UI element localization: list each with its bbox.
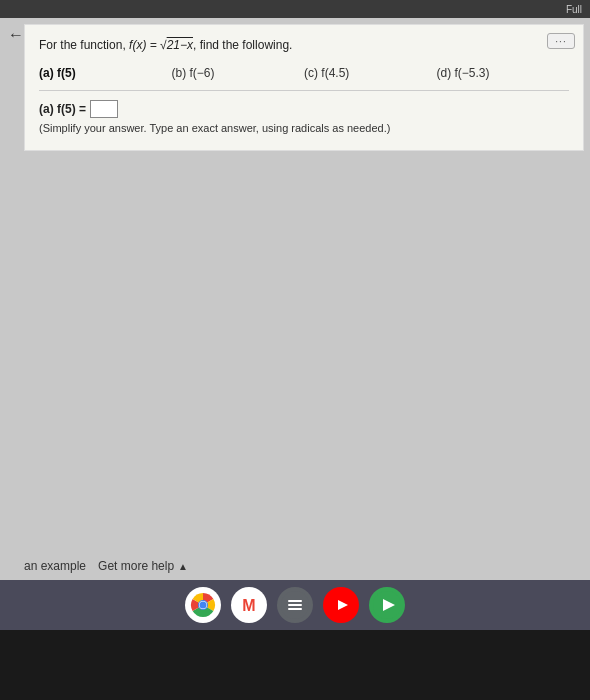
sub-question-c[interactable]: (c) f(4.5) [304, 66, 437, 80]
function-expression: f(x) = √21−x [129, 38, 193, 52]
youtube-svg [327, 591, 355, 619]
gmail-svg: M [235, 591, 263, 619]
top-bar: Full [0, 0, 590, 18]
divider [39, 90, 569, 91]
top-bar-label: Full [566, 4, 582, 15]
taskbar: M [0, 580, 590, 630]
sub-questions-row: (a) f(5) (b) f(−6) (c) f(4.5) (d) f(−5.3… [39, 66, 569, 80]
help-arrow-icon: ▲ [178, 561, 188, 572]
svg-text:M: M [242, 597, 255, 614]
svg-rect-8 [288, 604, 302, 606]
question-panel: ··· For the function, f(x) = √21−x, find… [24, 24, 584, 151]
content-area: ← ··· For the function, f(x) = √21−x, fi… [0, 18, 590, 700]
taskbar-chrome-icon[interactable] [185, 587, 221, 623]
sub-question-d[interactable]: (d) f(−5.3) [437, 66, 570, 80]
svg-rect-9 [288, 608, 302, 610]
sub-question-a[interactable]: (a) f(5) [39, 66, 172, 80]
question-title: For the function, f(x) = √21−x, find the… [39, 37, 569, 54]
taskbar-docs-icon[interactable] [277, 587, 313, 623]
screen: Full ← ··· For the function, f(x) = √21−… [0, 0, 590, 700]
taskbar-gmail-icon[interactable]: M [231, 587, 267, 623]
answer-label: (a) f(5) = [39, 102, 86, 116]
answer-area: (a) f(5) = (Simplify your answer. Type a… [39, 99, 569, 134]
bottom-toolbar: an example Get more help ▲ [0, 552, 590, 580]
show-example-link[interactable]: an example [24, 559, 86, 573]
chrome-svg [189, 591, 217, 619]
simplify-hint: (Simplify your answer. Type an exact ans… [39, 122, 569, 134]
bottom-black-area [0, 630, 590, 700]
taskbar-youtube-icon[interactable] [323, 587, 359, 623]
svg-rect-7 [288, 600, 302, 602]
svg-point-3 [200, 602, 207, 609]
docs-svg [281, 591, 309, 619]
answer-input[interactable] [90, 100, 118, 118]
sub-question-b[interactable]: (b) f(−6) [172, 66, 305, 80]
play-svg [373, 591, 401, 619]
taskbar-play-icon[interactable] [369, 587, 405, 623]
get-more-help-link[interactable]: Get more help [98, 559, 174, 573]
dots-icon: ··· [555, 36, 566, 47]
answer-input-wrapper [90, 100, 118, 118]
dots-button[interactable]: ··· [547, 33, 575, 49]
back-arrow[interactable]: ← [8, 26, 24, 44]
